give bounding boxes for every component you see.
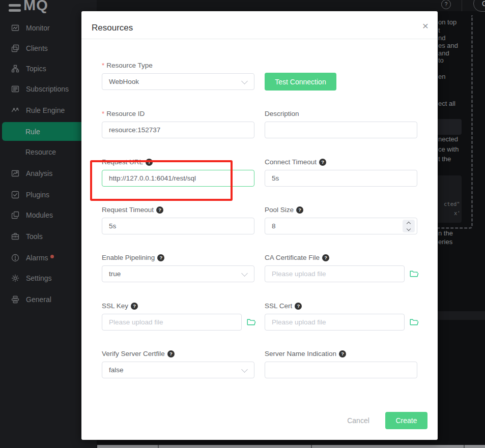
chevron-down-icon bbox=[241, 270, 248, 277]
chevron-down-icon bbox=[241, 366, 248, 373]
analysis-icon bbox=[11, 169, 19, 177]
pool-size-input[interactable] bbox=[265, 218, 417, 234]
resource-type-field: * Resource Type WebHook bbox=[102, 61, 254, 90]
bg-text-fragment: ce with bbox=[438, 145, 459, 153]
strip-divider bbox=[158, 445, 159, 448]
ssl-cert-field: SSL Cert ? bbox=[265, 301, 417, 331]
bg-text-fragment: nected bbox=[438, 135, 458, 143]
help-icon[interactable]: ? bbox=[146, 159, 153, 166]
bg-text-fragment: ect all bbox=[438, 100, 455, 107]
subscriptions-icon bbox=[11, 85, 19, 93]
bg-table-header-fragment bbox=[438, 311, 485, 320]
required-asterisk: * bbox=[102, 62, 104, 69]
rule-engine-icon bbox=[11, 106, 19, 114]
bg-text-fragment: on top bbox=[438, 18, 457, 26]
sidebar-item-label: Topics bbox=[26, 65, 46, 73]
folder-icon[interactable] bbox=[410, 270, 419, 278]
server-name-indication-input[interactable] bbox=[265, 362, 417, 378]
sidebar-item-label: Alarms bbox=[26, 254, 48, 262]
increment-icon[interactable] bbox=[407, 221, 411, 225]
bg-text-fragment: t bbox=[438, 26, 440, 34]
help-icon[interactable]: ? bbox=[167, 350, 175, 357]
help-icon[interactable]: ? bbox=[339, 350, 346, 357]
request-url-input[interactable] bbox=[102, 170, 254, 187]
enable-pipelining-select[interactable]: true bbox=[102, 265, 254, 282]
alarms-icon bbox=[11, 254, 19, 262]
sidebar-item-label: Monitor bbox=[26, 24, 50, 32]
ca-certificate-file-label: CA Certificate File ? bbox=[265, 253, 417, 262]
ssl-key-label: SSL Key ? bbox=[102, 301, 254, 311]
close-icon[interactable]: × bbox=[422, 20, 429, 31]
general-icon bbox=[11, 295, 19, 304]
sidebar-item-label: Settings bbox=[26, 274, 52, 282]
connect-timeout-label: Connect Timeout ? bbox=[265, 157, 417, 167]
bg-text-fragment: n the bbox=[438, 229, 453, 237]
description-input[interactable] bbox=[265, 122, 417, 138]
code-line: x' bbox=[454, 210, 461, 216]
pool-size-stepper[interactable] bbox=[403, 220, 415, 232]
top-bar: ? GitHub Free Trial bbox=[97, 0, 485, 11]
monitor-icon bbox=[11, 24, 19, 32]
request-url-field: Request URL ? bbox=[102, 157, 254, 187]
bg-text-fragment: t the bbox=[438, 155, 451, 163]
folder-icon[interactable] bbox=[410, 318, 419, 326]
strip-divider bbox=[464, 445, 465, 448]
github-button[interactable]: GitHub bbox=[473, 0, 485, 12]
plugins-icon bbox=[11, 191, 19, 199]
help-icon[interactable]: ? bbox=[319, 159, 326, 166]
resource-id-label: * Resource ID bbox=[102, 109, 254, 118]
topbar-divider bbox=[462, 0, 462, 11]
gear-icon bbox=[11, 274, 19, 282]
emqx-logo: MQ bbox=[9, 0, 48, 14]
ssl-cert-label: SSL Cert ? bbox=[265, 301, 417, 311]
sidebar-item-label: Plugins bbox=[26, 191, 49, 199]
modal-header-divider bbox=[81, 39, 438, 39]
bg-text-fragment: and bbox=[438, 49, 449, 57]
help-icon[interactable]: ? bbox=[322, 254, 329, 261]
pool-size-label: Pool Size ? bbox=[265, 205, 417, 215]
clients-icon bbox=[11, 44, 19, 52]
emqx-logo-text: MQ bbox=[23, 0, 48, 14]
verify-server-certfile-select[interactable]: false bbox=[102, 362, 254, 378]
folder-icon[interactable] bbox=[247, 318, 256, 326]
request-url-label: Request URL ? bbox=[102, 157, 254, 167]
help-icon[interactable]: ? bbox=[131, 303, 138, 310]
resource-id-input[interactable] bbox=[102, 122, 254, 138]
resource-type-label: * Resource Type bbox=[102, 61, 254, 70]
ssl-cert-input[interactable] bbox=[265, 314, 405, 331]
help-icon[interactable]: ? bbox=[156, 206, 163, 214]
connect-timeout-input[interactable] bbox=[265, 170, 417, 187]
pool-size-field: Pool Size ? bbox=[265, 205, 417, 234]
server-name-indication-label: Server Name Indication ? bbox=[265, 349, 417, 359]
modal-title: Resources bbox=[92, 23, 133, 33]
description-label: Description bbox=[265, 109, 417, 118]
topics-icon bbox=[11, 65, 19, 73]
description-field: Description bbox=[265, 109, 417, 138]
cancel-button[interactable]: Cancel bbox=[340, 412, 377, 429]
ssl-key-input[interactable] bbox=[102, 314, 242, 331]
bg-text-fragment: nd bbox=[438, 34, 445, 42]
create-button[interactable]: Create bbox=[385, 412, 427, 429]
help-icon[interactable]: ? bbox=[295, 303, 302, 310]
sidebar-item-label: Analysis bbox=[26, 169, 52, 177]
bg-button-fragment bbox=[434, 119, 462, 135]
ca-certificate-file-input[interactable] bbox=[265, 265, 405, 282]
enable-pipelining-label: Enable Pipelining ? bbox=[102, 253, 254, 262]
help-icon[interactable]: ? bbox=[296, 206, 303, 214]
request-timeout-input[interactable] bbox=[102, 218, 254, 234]
verify-server-certfile-label: Verify Server Certfile ? bbox=[102, 349, 254, 359]
bottom-scrollbar-strip[interactable] bbox=[97, 445, 485, 448]
ca-certificate-file-field: CA Certificate File ? bbox=[265, 253, 417, 282]
bg-text-fragment: to bbox=[438, 56, 444, 64]
help-icon[interactable]: ? bbox=[157, 254, 164, 261]
resource-type-select[interactable]: WebHook bbox=[102, 73, 254, 90]
github-label: GitHub bbox=[482, 0, 485, 8]
sidebar-item-rule[interactable]: Rule bbox=[2, 122, 95, 141]
sidebar-item-label: Rule Engine bbox=[26, 106, 65, 114]
test-connection-button[interactable]: Test Connection bbox=[265, 73, 336, 91]
decrement-icon[interactable] bbox=[407, 226, 411, 230]
server-name-indication-field: Server Name Indication ? bbox=[265, 349, 417, 378]
help-icon[interactable]: ? bbox=[441, 0, 451, 9]
sidebar-item-label: Rule bbox=[25, 128, 40, 136]
resource-id-field: * Resource ID bbox=[102, 109, 254, 138]
